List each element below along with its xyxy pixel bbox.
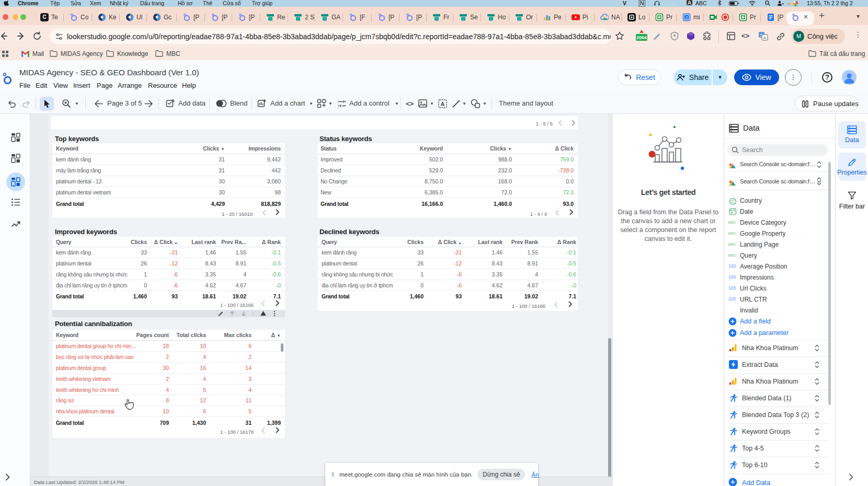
svg-text:A: A	[441, 101, 445, 107]
svg-text:2004: 2004	[636, 35, 647, 40]
svg-text:A: A	[763, 36, 767, 40]
svg-text:2: 2	[686, 15, 688, 20]
